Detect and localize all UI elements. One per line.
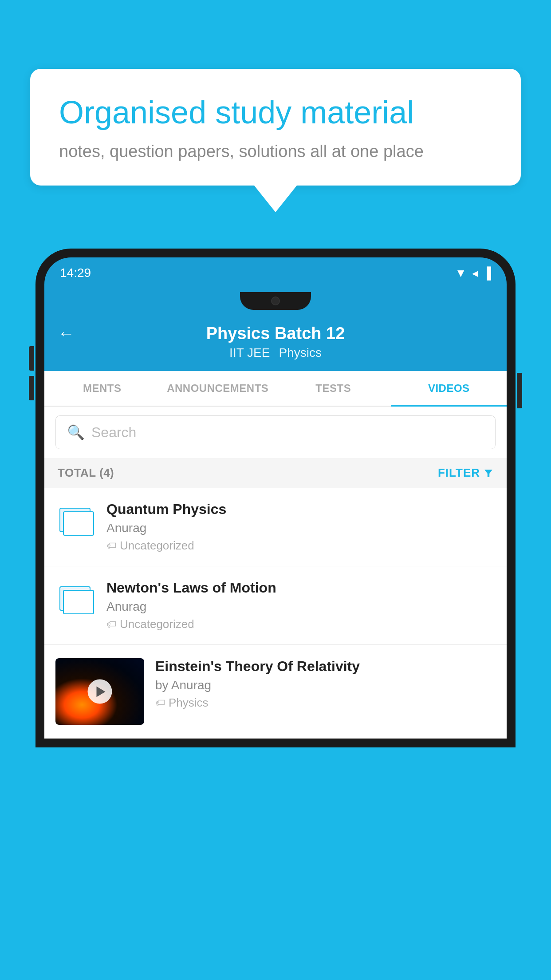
search-bar[interactable]: 🔍 Search xyxy=(55,415,496,449)
total-label: TOTAL (4) xyxy=(58,466,114,480)
video-title: Quantum Physics xyxy=(106,501,496,518)
video-list: Quantum Physics Anurag 🏷 Uncategorized xyxy=(44,488,507,739)
play-icon xyxy=(96,686,105,697)
subtitle-iitjee: IIT JEE xyxy=(229,346,270,360)
filter-button[interactable]: FILTER xyxy=(438,466,493,480)
bubble-subtext: notes, question papers, solutions all at… xyxy=(59,142,492,161)
tag-icon: 🏷 xyxy=(155,697,165,709)
video-tag: 🏷 Uncategorized xyxy=(106,539,496,553)
video-author: Anurag xyxy=(106,521,496,535)
volume-buttons xyxy=(29,346,34,400)
folder-icon-wrapper xyxy=(55,580,95,611)
speech-bubble-section: Organised study material notes, question… xyxy=(30,69,521,212)
tag-icon: 🏷 xyxy=(106,540,116,552)
video-author: by Anurag xyxy=(155,678,496,692)
app-header: ← Physics Batch 12 IIT JEE Physics xyxy=(44,315,507,371)
tag-icon: 🏷 xyxy=(106,619,116,630)
tab-videos[interactable]: VIDEOS xyxy=(391,371,507,406)
folder-icon-wrapper xyxy=(55,501,95,532)
tag-label: Uncategorized xyxy=(120,539,194,553)
filter-funnel-icon xyxy=(484,468,493,478)
video-thumbnail xyxy=(55,658,144,725)
wifi-icon: ▼ xyxy=(455,266,467,280)
search-placeholder: Search xyxy=(91,424,136,441)
tag-label: Physics xyxy=(169,696,209,710)
list-item[interactable]: Quantum Physics Anurag 🏷 Uncategorized xyxy=(44,488,507,566)
video-title: Einstein's Theory Of Relativity xyxy=(155,658,496,675)
power-button xyxy=(517,373,522,408)
notch-area xyxy=(44,288,507,315)
video-info: Einstein's Theory Of Relativity by Anura… xyxy=(155,658,496,710)
play-button[interactable] xyxy=(88,680,112,704)
app-title: Physics Batch 12 xyxy=(206,324,345,343)
vol-up-button xyxy=(29,346,34,371)
tag-label: Uncategorized xyxy=(120,617,194,631)
tab-tests[interactable]: TESTS xyxy=(276,371,391,406)
subtitle-physics: Physics xyxy=(279,346,321,360)
video-tag: 🏷 Uncategorized xyxy=(106,617,496,631)
video-info: Newton's Laws of Motion Anurag 🏷 Uncateg… xyxy=(106,580,496,631)
speech-bubble-card: Organised study material notes, question… xyxy=(30,69,521,186)
status-bar: 14:29 ▼ ◂ ▐ xyxy=(44,257,507,288)
tab-announcements[interactable]: ANNOUNCEMENTS xyxy=(160,371,276,406)
app-subtitle: IIT JEE Physics xyxy=(229,346,322,360)
vol-down-button xyxy=(29,376,34,400)
notch xyxy=(240,292,311,310)
signal-icon: ◂ xyxy=(472,266,478,280)
svg-marker-0 xyxy=(484,470,492,477)
tab-ments[interactable]: MENTS xyxy=(44,371,160,406)
bubble-heading: Organised study material xyxy=(59,93,492,131)
folder-front xyxy=(63,590,94,614)
back-button[interactable]: ← xyxy=(58,324,75,343)
phone-outer-frame: 14:29 ▼ ◂ ▐ ← Physics Batch 12 IIT JEE P… xyxy=(35,249,516,747)
filter-row: TOTAL (4) FILTER xyxy=(44,458,507,488)
video-author: Anurag xyxy=(106,600,496,614)
status-icons: ▼ ◂ ▐ xyxy=(455,266,491,280)
folder-icon xyxy=(59,503,91,532)
folder-icon xyxy=(59,582,91,611)
list-item[interactable]: Newton's Laws of Motion Anurag 🏷 Uncateg… xyxy=(44,566,507,645)
folder-front xyxy=(63,511,94,536)
list-item[interactable]: Einstein's Theory Of Relativity by Anura… xyxy=(44,645,507,739)
filter-label: FILTER xyxy=(438,466,480,480)
search-bar-container: 🔍 Search xyxy=(44,407,507,458)
battery-icon: ▐ xyxy=(483,266,491,280)
status-time: 14:29 xyxy=(60,266,91,280)
phone-mockup: 14:29 ▼ ◂ ▐ ← Physics Batch 12 IIT JEE P… xyxy=(35,249,516,980)
video-tag: 🏷 Physics xyxy=(155,696,496,710)
header-row: ← Physics Batch 12 xyxy=(58,324,493,343)
search-icon: 🔍 xyxy=(67,424,85,441)
tabs-bar: MENTS ANNOUNCEMENTS TESTS VIDEOS xyxy=(44,371,507,407)
bubble-arrow xyxy=(254,186,297,212)
camera-dot xyxy=(271,296,280,305)
video-info: Quantum Physics Anurag 🏷 Uncategorized xyxy=(106,501,496,553)
video-title: Newton's Laws of Motion xyxy=(106,580,496,596)
